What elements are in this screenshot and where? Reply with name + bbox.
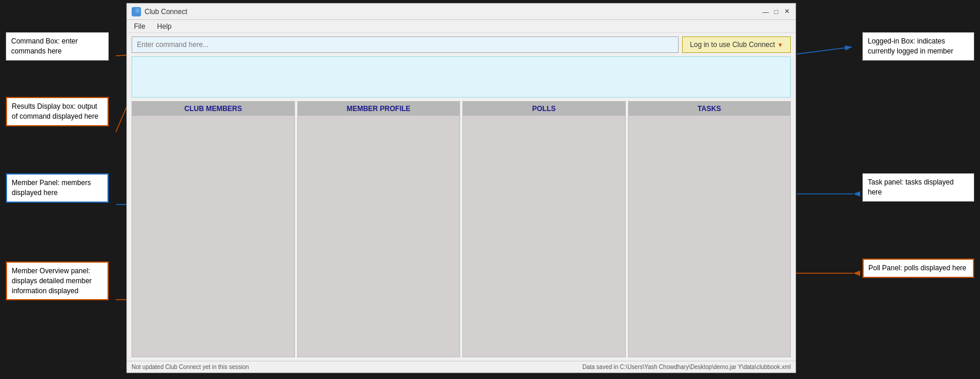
logged-in-box-annotation: Logged-in Box: indicates currently logge… — [862, 32, 974, 61]
title-bar-left: Club Connect — [132, 7, 187, 16]
title-bar: Club Connect — □ ✕ — [127, 4, 796, 20]
task-panel-annotation: Task panel: tasks displayed here — [862, 173, 974, 202]
club-members-body — [132, 116, 294, 357]
member-overview-annotation: Member Overview panel: displays detailed… — [6, 261, 109, 300]
svg-line-8 — [797, 47, 852, 54]
title-bar-controls: — □ ✕ — [761, 8, 791, 16]
tasks-body — [629, 116, 791, 357]
panels-area: CLUB MEMBERS MEMBER PROFILE POLLS TASKS — [132, 101, 791, 357]
command-input[interactable] — [132, 36, 679, 53]
results-display-annotation: Results Display box: output of command d… — [6, 97, 109, 126]
club-members-header: CLUB MEMBERS — [132, 102, 294, 116]
status-right: Data saved in C:\Users\Yash Chowdhary\De… — [582, 364, 791, 370]
app-icon — [132, 7, 141, 16]
status-bar: Not updated Club Connect yet in this ses… — [127, 361, 796, 373]
menu-help[interactable]: Help — [155, 21, 174, 32]
menu-bar: File Help — [127, 20, 796, 33]
poll-panel-annotation: Poll Panel: polls displayed here — [862, 259, 974, 278]
tasks-header: TASKS — [629, 102, 791, 116]
command-bar: Log in to use Club Connect ▼ — [127, 33, 796, 56]
command-box-annotation: Command Box: enter commands here — [6, 32, 109, 61]
member-panel-annotation: Member Panel: members displayed here — [6, 173, 109, 203]
member-profile-header: MEMBER PROFILE — [298, 102, 460, 116]
member-profile-panel: MEMBER PROFILE — [297, 101, 461, 357]
results-display-box — [132, 56, 791, 98]
menu-file[interactable]: File — [132, 21, 147, 32]
dropdown-arrow-icon: ▼ — [777, 42, 783, 48]
member-profile-body — [298, 116, 460, 357]
svg-point-12 — [135, 8, 140, 13]
minimize-button[interactable]: — — [761, 8, 770, 16]
polls-header: POLLS — [463, 102, 625, 116]
polls-panel: POLLS — [462, 101, 626, 357]
window-title: Club Connect — [145, 8, 187, 16]
login-button[interactable]: Log in to use Club Connect ▼ — [682, 36, 791, 53]
status-left: Not updated Club Connect yet in this ses… — [132, 364, 249, 370]
club-members-panel: CLUB MEMBERS — [132, 101, 295, 357]
maximize-button[interactable]: □ — [772, 8, 780, 16]
polls-body — [463, 116, 625, 357]
close-button[interactable]: ✕ — [783, 8, 791, 16]
tasks-panel: TASKS — [628, 101, 791, 357]
main-window: Club Connect — □ ✕ File Help Log in to u… — [126, 3, 796, 373]
